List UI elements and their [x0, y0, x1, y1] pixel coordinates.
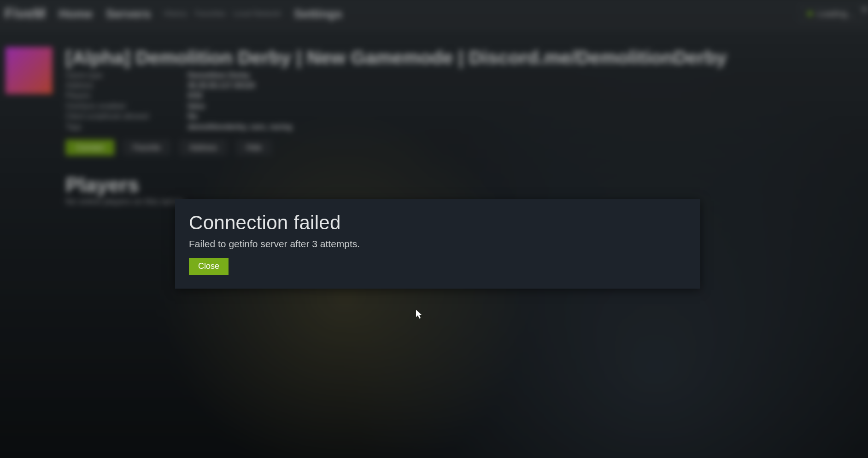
- close-button[interactable]: Close: [189, 258, 229, 275]
- connection-failed-dialog: Connection failed Failed to getinfo serv…: [175, 199, 700, 289]
- dialog-title: Connection failed: [189, 212, 686, 234]
- dialog-message: Failed to getinfo server after 3 attempt…: [189, 238, 686, 249]
